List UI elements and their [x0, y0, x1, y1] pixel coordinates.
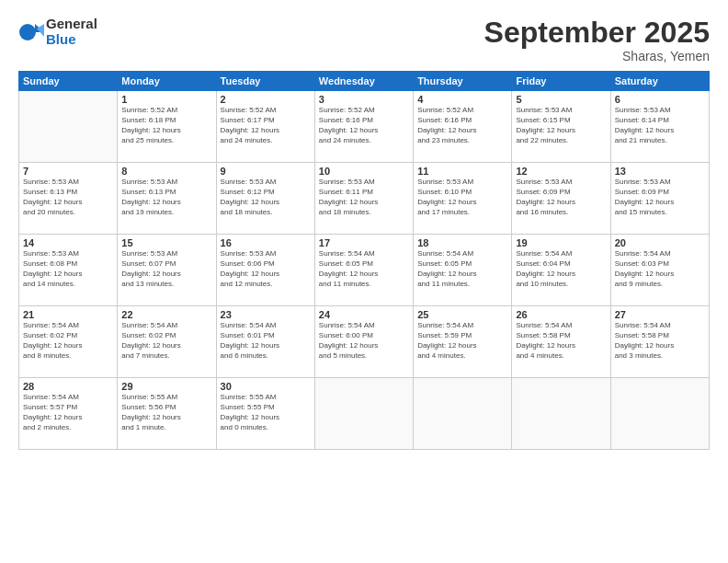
day-number: 29 [121, 381, 211, 392]
day-info: Sunrise: 5:54 AM Sunset: 6:05 PM Dayligh… [319, 249, 409, 289]
day-cell: 30Sunrise: 5:55 AM Sunset: 5:55 PM Dayli… [216, 378, 314, 450]
svg-point-0 [19, 24, 36, 40]
day-info: Sunrise: 5:53 AM Sunset: 6:12 PM Dayligh… [221, 178, 311, 217]
day-cell: 3Sunrise: 5:52 AM Sunset: 6:16 PM Daylig… [314, 91, 413, 163]
day-info: Sunrise: 5:54 AM Sunset: 6:00 PM Dayligh… [319, 321, 409, 361]
day-info: Sunrise: 5:54 AM Sunset: 5:58 PM Dayligh… [516, 321, 606, 361]
logo-text: General Blue [46, 17, 97, 47]
header-saturday: Saturday [610, 72, 709, 91]
calendar-header: Sunday Monday Tuesday Wednesday Thursday… [19, 72, 710, 91]
day-info: Sunrise: 5:53 AM Sunset: 6:09 PM Dayligh… [516, 178, 606, 217]
week-row-2: 7Sunrise: 5:53 AM Sunset: 6:13 PM Daylig… [19, 163, 710, 235]
day-number: 11 [417, 166, 507, 177]
day-cell [314, 378, 413, 450]
header-row: Sunday Monday Tuesday Wednesday Thursday… [19, 72, 710, 91]
day-info: Sunrise: 5:55 AM Sunset: 5:55 PM Dayligh… [221, 393, 311, 432]
day-info: Sunrise: 5:52 AM Sunset: 6:17 PM Dayligh… [221, 106, 311, 145]
day-cell: 21Sunrise: 5:54 AM Sunset: 6:02 PM Dayli… [19, 306, 118, 378]
day-info: Sunrise: 5:53 AM Sunset: 6:14 PM Dayligh… [615, 106, 705, 145]
header-thursday: Thursday [414, 72, 512, 91]
day-cell: 5Sunrise: 5:53 AM Sunset: 6:15 PM Daylig… [512, 91, 610, 163]
day-cell: 9Sunrise: 5:53 AM Sunset: 6:12 PM Daylig… [216, 163, 314, 235]
calendar-body: 1Sunrise: 5:52 AM Sunset: 6:18 PM Daylig… [19, 91, 710, 450]
day-info: Sunrise: 5:53 AM Sunset: 6:13 PM Dayligh… [23, 178, 113, 217]
day-info: Sunrise: 5:53 AM Sunset: 6:09 PM Dayligh… [615, 178, 705, 217]
day-info: Sunrise: 5:53 AM Sunset: 6:08 PM Dayligh… [23, 249, 113, 289]
day-info: Sunrise: 5:54 AM Sunset: 6:02 PM Dayligh… [23, 321, 113, 361]
day-number: 4 [417, 94, 507, 105]
day-cell: 28Sunrise: 5:54 AM Sunset: 5:57 PM Dayli… [19, 378, 118, 450]
day-cell: 22Sunrise: 5:54 AM Sunset: 6:02 PM Dayli… [118, 306, 216, 378]
day-info: Sunrise: 5:52 AM Sunset: 6:16 PM Dayligh… [319, 106, 409, 145]
day-cell [610, 378, 709, 450]
day-info: Sunrise: 5:54 AM Sunset: 6:02 PM Dayligh… [121, 321, 211, 361]
header: General Blue September 2025 Sharas, Yeme… [18, 17, 710, 63]
day-cell: 23Sunrise: 5:54 AM Sunset: 6:01 PM Dayli… [216, 306, 314, 378]
day-number: 3 [319, 94, 409, 105]
day-cell: 8Sunrise: 5:53 AM Sunset: 6:13 PM Daylig… [118, 163, 216, 235]
logo-general-text: General [46, 17, 97, 32]
day-number: 25 [417, 309, 507, 320]
logo-blue-text: Blue [46, 32, 97, 48]
logo-icon [18, 19, 44, 45]
day-info: Sunrise: 5:54 AM Sunset: 5:59 PM Dayligh… [417, 321, 507, 361]
day-number: 7 [23, 166, 113, 177]
day-cell: 2Sunrise: 5:52 AM Sunset: 6:17 PM Daylig… [216, 91, 314, 163]
day-cell: 17Sunrise: 5:54 AM Sunset: 6:05 PM Dayli… [314, 235, 413, 306]
header-sunday: Sunday [19, 72, 118, 91]
day-cell: 24Sunrise: 5:54 AM Sunset: 6:00 PM Dayli… [314, 306, 413, 378]
day-number: 1 [121, 94, 211, 105]
day-cell: 4Sunrise: 5:52 AM Sunset: 6:16 PM Daylig… [414, 91, 512, 163]
day-number: 5 [516, 94, 606, 105]
day-cell: 27Sunrise: 5:54 AM Sunset: 5:58 PM Dayli… [610, 306, 709, 378]
calendar-title: September 2025 [484, 17, 710, 49]
day-number: 24 [319, 309, 409, 320]
day-cell: 16Sunrise: 5:53 AM Sunset: 6:06 PM Dayli… [216, 235, 314, 306]
day-info: Sunrise: 5:53 AM Sunset: 6:11 PM Dayligh… [319, 178, 409, 217]
day-cell: 1Sunrise: 5:52 AM Sunset: 6:18 PM Daylig… [118, 91, 216, 163]
day-cell: 19Sunrise: 5:54 AM Sunset: 6:04 PM Dayli… [512, 235, 610, 306]
day-cell: 18Sunrise: 5:54 AM Sunset: 6:05 PM Dayli… [414, 235, 512, 306]
day-cell: 11Sunrise: 5:53 AM Sunset: 6:10 PM Dayli… [414, 163, 512, 235]
day-cell: 26Sunrise: 5:54 AM Sunset: 5:58 PM Dayli… [512, 306, 610, 378]
day-number: 13 [615, 166, 705, 177]
day-cell: 14Sunrise: 5:53 AM Sunset: 6:08 PM Dayli… [19, 235, 118, 306]
title-block: September 2025 Sharas, Yemen [484, 17, 710, 63]
day-cell: 25Sunrise: 5:54 AM Sunset: 5:59 PM Dayli… [414, 306, 512, 378]
day-cell: 20Sunrise: 5:54 AM Sunset: 6:03 PM Dayli… [610, 235, 709, 306]
day-cell [512, 378, 610, 450]
day-cell: 15Sunrise: 5:53 AM Sunset: 6:07 PM Dayli… [118, 235, 216, 306]
week-row-5: 28Sunrise: 5:54 AM Sunset: 5:57 PM Dayli… [19, 378, 710, 450]
day-info: Sunrise: 5:54 AM Sunset: 6:03 PM Dayligh… [615, 249, 705, 289]
day-number: 21 [23, 309, 113, 320]
day-number: 26 [516, 309, 606, 320]
day-info: Sunrise: 5:54 AM Sunset: 6:04 PM Dayligh… [516, 249, 606, 289]
header-friday: Friday [512, 72, 610, 91]
day-cell: 12Sunrise: 5:53 AM Sunset: 6:09 PM Dayli… [512, 163, 610, 235]
day-number: 2 [221, 94, 311, 105]
day-number: 8 [121, 166, 211, 177]
header-tuesday: Tuesday [216, 72, 314, 91]
day-number: 10 [319, 166, 409, 177]
day-cell: 6Sunrise: 5:53 AM Sunset: 6:14 PM Daylig… [610, 91, 709, 163]
day-number: 30 [221, 381, 311, 392]
day-number: 16 [221, 237, 311, 248]
day-info: Sunrise: 5:53 AM Sunset: 6:07 PM Dayligh… [121, 249, 211, 289]
day-number: 23 [221, 309, 311, 320]
calendar-table: Sunday Monday Tuesday Wednesday Thursday… [18, 71, 710, 450]
day-info: Sunrise: 5:54 AM Sunset: 5:57 PM Dayligh… [23, 393, 113, 432]
day-info: Sunrise: 5:53 AM Sunset: 6:10 PM Dayligh… [417, 178, 507, 217]
day-info: Sunrise: 5:55 AM Sunset: 5:56 PM Dayligh… [121, 393, 211, 432]
calendar-subtitle: Sharas, Yemen [484, 49, 710, 63]
week-row-3: 14Sunrise: 5:53 AM Sunset: 6:08 PM Dayli… [19, 235, 710, 306]
week-row-4: 21Sunrise: 5:54 AM Sunset: 6:02 PM Dayli… [19, 306, 710, 378]
day-info: Sunrise: 5:53 AM Sunset: 6:06 PM Dayligh… [221, 249, 311, 289]
day-number: 19 [516, 237, 606, 248]
day-info: Sunrise: 5:54 AM Sunset: 6:05 PM Dayligh… [417, 249, 507, 289]
day-info: Sunrise: 5:54 AM Sunset: 5:58 PM Dayligh… [615, 321, 705, 361]
day-number: 14 [23, 237, 113, 248]
day-number: 9 [221, 166, 311, 177]
page: General Blue September 2025 Sharas, Yeme… [0, 0, 728, 563]
day-cell: 7Sunrise: 5:53 AM Sunset: 6:13 PM Daylig… [19, 163, 118, 235]
day-info: Sunrise: 5:53 AM Sunset: 6:13 PM Dayligh… [121, 178, 211, 217]
